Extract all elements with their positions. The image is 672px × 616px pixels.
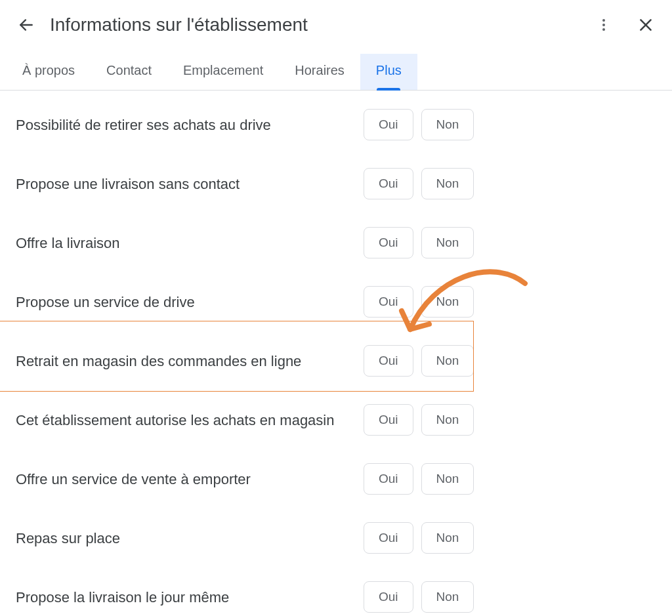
option-row-takeout: Offre un service de vente à emporter Oui… — [16, 463, 656, 495]
yes-button[interactable]: Oui — [364, 168, 413, 199]
tab-hours[interactable]: Horaires — [279, 54, 360, 90]
svg-point-2 — [602, 24, 605, 26]
yes-button[interactable]: Oui — [364, 404, 413, 436]
tab-location[interactable]: Emplacement — [167, 54, 279, 90]
yes-no-group: Oui Non — [364, 109, 474, 140]
tab-more[interactable]: Plus — [360, 54, 417, 90]
option-label: Propose une livraison sans contact — [16, 168, 364, 195]
yes-no-group: Oui Non — [364, 522, 474, 554]
no-button[interactable]: Non — [421, 463, 474, 495]
yes-button[interactable]: Oui — [364, 345, 413, 377]
more-options-button[interactable] — [591, 12, 617, 38]
yes-no-group: Oui Non — [364, 227, 474, 258]
content: Possibilité de retirer ses achats au dri… — [0, 91, 672, 613]
tabs: À propos Contact Emplacement Horaires Pl… — [0, 54, 672, 91]
yes-button[interactable]: Oui — [364, 522, 413, 554]
option-label: Offre un service de vente à emporter — [16, 463, 364, 491]
yes-no-group: Oui Non — [364, 168, 474, 199]
page-title: Informations sur l'établissement — [50, 14, 591, 35]
yes-no-group: Oui Non — [364, 286, 474, 318]
option-row-drive-pickup: Possibilité de retirer ses achats au dri… — [16, 109, 656, 140]
back-button[interactable] — [13, 12, 39, 38]
option-label: Propose la livraison le jour même — [16, 581, 364, 609]
option-row-instore-pickup: Retrait en magasin des commandes en lign… — [16, 345, 656, 377]
option-row-contactless-delivery: Propose une livraison sans contact Oui N… — [16, 168, 656, 199]
no-button[interactable]: Non — [421, 581, 474, 613]
option-label: Possibilité de retirer ses achats au dri… — [16, 109, 364, 136]
option-row-dinein: Repas sur place Oui Non — [16, 522, 656, 554]
no-button[interactable]: Non — [421, 168, 474, 199]
header-actions — [591, 12, 659, 38]
yes-no-group: Oui Non — [364, 404, 474, 436]
kebab-icon — [596, 17, 612, 33]
yes-button[interactable]: Oui — [364, 227, 413, 258]
option-row-drive-service: Propose un service de drive Oui Non — [16, 286, 656, 318]
option-label: Propose un service de drive — [16, 286, 364, 314]
arrow-left-icon — [18, 16, 35, 33]
option-row-same-day-delivery: Propose la livraison le jour même Oui No… — [16, 581, 656, 613]
yes-no-group: Oui Non — [364, 345, 474, 377]
no-button[interactable]: Non — [421, 227, 474, 258]
yes-button[interactable]: Oui — [364, 581, 413, 613]
no-button[interactable]: Non — [421, 286, 474, 318]
no-button[interactable]: Non — [421, 109, 474, 140]
option-row-instore-shopping: Cet établissement autorise les achats en… — [16, 404, 656, 436]
yes-button[interactable]: Oui — [364, 286, 413, 318]
option-row-delivery: Offre la livraison Oui Non — [16, 227, 656, 258]
close-icon — [637, 16, 654, 33]
option-label: Cet établissement autorise les achats en… — [16, 404, 364, 432]
option-label: Retrait en magasin des commandes en lign… — [16, 345, 364, 373]
close-button[interactable] — [633, 12, 659, 38]
option-label: Repas sur place — [16, 522, 364, 550]
no-button[interactable]: Non — [421, 522, 474, 554]
tab-about[interactable]: À propos — [7, 54, 91, 90]
svg-point-1 — [602, 19, 605, 22]
yes-no-group: Oui Non — [364, 463, 474, 495]
no-button[interactable]: Non — [421, 404, 474, 436]
yes-button[interactable]: Oui — [364, 463, 413, 495]
yes-button[interactable]: Oui — [364, 109, 413, 140]
option-label: Offre la livraison — [16, 227, 364, 255]
no-button[interactable]: Non — [421, 345, 474, 377]
tab-contact[interactable]: Contact — [91, 54, 167, 90]
header: Informations sur l'établissement — [0, 0, 672, 54]
svg-point-3 — [602, 28, 605, 31]
yes-no-group: Oui Non — [364, 581, 474, 613]
